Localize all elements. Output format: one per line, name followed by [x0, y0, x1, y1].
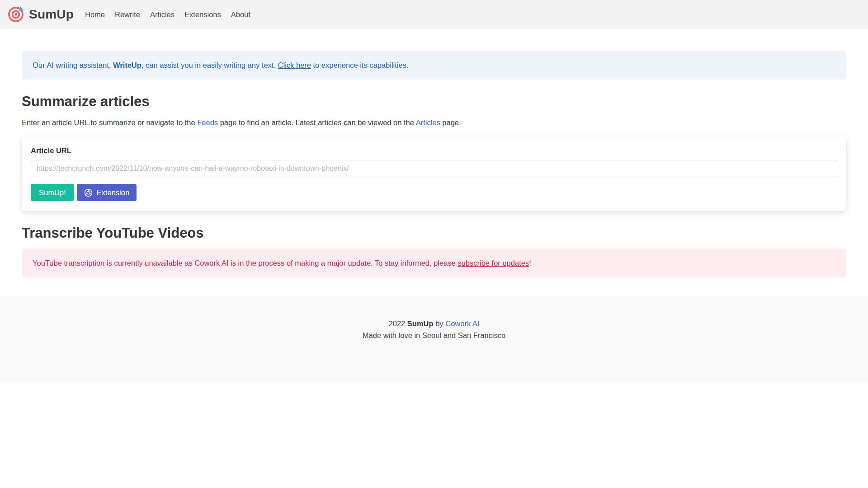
desc-pre: Enter an article URL to summarize or nav…: [22, 118, 197, 127]
subscribe-for-updates-link[interactable]: subscribe for updates: [458, 259, 529, 267]
nav-item-about[interactable]: About: [226, 7, 255, 23]
articles-link[interactable]: Articles: [416, 118, 440, 127]
footer: 2022 SumUp by Cowork AI Made with love i…: [0, 296, 868, 383]
banner-text-post: to experience its capabilities.: [311, 61, 409, 69]
nav-item-rewrite[interactable]: Rewrite: [110, 7, 145, 23]
summarize-title: Summarize articles: [22, 93, 846, 110]
navbar: SumUp Home Rewrite Articles Extensions A…: [0, 0, 868, 29]
writeup-info-banner: Our AI writing assistant, WriteUp, can a…: [22, 51, 846, 80]
cowork-ai-link[interactable]: Cowork AI: [445, 319, 479, 328]
brand[interactable]: SumUp: [7, 4, 74, 25]
article-url-card: Article URL SumUp! Extension: [22, 136, 846, 211]
youtube-unavailable-alert: YouTube transcription is currently unava…: [22, 249, 846, 277]
desc-mid: page to find an article. Latest articles…: [218, 118, 416, 127]
sumup-button[interactable]: SumUp!: [31, 184, 74, 201]
click-here-link[interactable]: Click here: [278, 61, 311, 69]
nav-item-extensions[interactable]: Extensions: [179, 7, 226, 23]
main-nav: Home Rewrite Articles Extensions About: [80, 7, 255, 23]
footer-by: by: [434, 319, 446, 328]
article-url-label: Article URL: [31, 145, 837, 155]
nav-item-articles[interactable]: Articles: [145, 7, 179, 23]
feeds-link[interactable]: Feeds: [197, 118, 218, 127]
transcribe-title: Transcribe YouTube Videos: [22, 225, 846, 242]
banner-text-pre: Our AI writing assistant,: [33, 61, 113, 69]
footer-year: 2022: [389, 319, 407, 328]
main-content: Our AI writing assistant, WriteUp, can a…: [0, 51, 868, 277]
dartboard-target-icon: [7, 4, 25, 25]
extension-button-label: Extension: [97, 188, 129, 197]
footer-tagline: Made with love in Seoul and San Francisc…: [0, 329, 868, 341]
nav-item-home[interactable]: Home: [80, 7, 110, 23]
banner-text: Our AI writing assistant, WriteUp, can a…: [33, 61, 408, 70]
summarize-description: Enter an article URL to summarize or nav…: [22, 117, 846, 127]
banner-assistant-name: WriteUp: [113, 61, 142, 69]
desc-post: page.: [440, 118, 461, 127]
banner-text-mid: , can assist you in easily writing any t…: [142, 61, 278, 69]
alert-text-post: !: [529, 259, 531, 267]
button-row: SumUp! Extension: [31, 184, 837, 201]
alert-text: YouTube transcription is currently unava…: [33, 259, 531, 267]
article-url-input[interactable]: [31, 160, 837, 177]
brand-name[interactable]: SumUp: [29, 7, 74, 22]
extension-button[interactable]: Extension: [77, 184, 137, 201]
alert-text-pre: YouTube transcription is currently unava…: [33, 259, 458, 267]
footer-credit-line: 2022 SumUp by Cowork AI: [0, 318, 868, 329]
footer-brand: SumUp: [407, 319, 434, 328]
chrome-icon: [84, 188, 93, 197]
